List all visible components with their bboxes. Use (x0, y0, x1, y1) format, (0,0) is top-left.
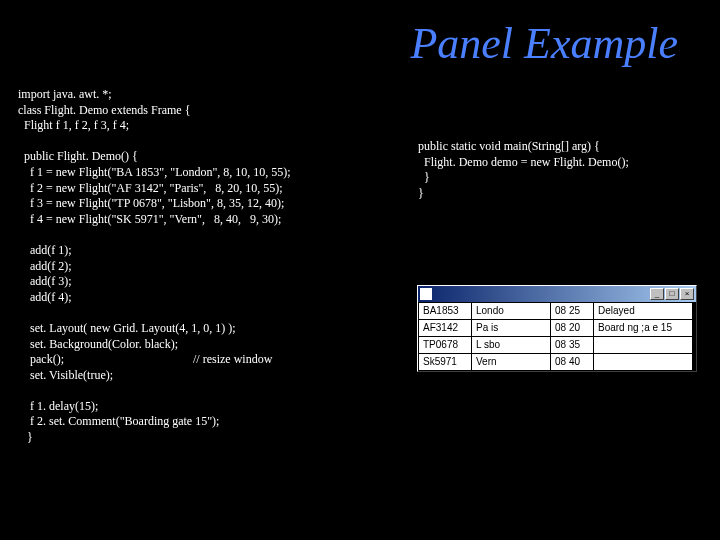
table-row: AF3142 Pa is 08 20 Board ng ;a e 15 (419, 320, 695, 336)
window-icon (420, 288, 432, 300)
cell-city: L sbo (472, 337, 550, 353)
minimize-button[interactable]: _ (650, 288, 664, 300)
cell-city: Pa is (472, 320, 550, 336)
table-row: BA1853 Londo 08 25 Delayed (419, 303, 695, 319)
demo-window: _ □ × BA1853 Londo 08 25 Delayed AF3142 … (417, 285, 697, 372)
close-button[interactable]: × (680, 288, 694, 300)
cell-time: 08 35 (551, 337, 593, 353)
code-content: import java. awt. *; class Flight. Demo … (0, 81, 720, 87)
cell-flight: BA1853 (419, 303, 471, 319)
cell-flight: Sk5971 (419, 354, 471, 370)
cell-time: 08 25 (551, 303, 593, 319)
maximize-button[interactable]: □ (665, 288, 679, 300)
cell-flight: TP0678 (419, 337, 471, 353)
code-right: public static void main(String[] arg) { … (418, 139, 698, 201)
cell-city: Vern (472, 354, 550, 370)
cell-status: Board ng ;a e 15 (594, 320, 692, 336)
cell-status (594, 337, 692, 353)
cell-status (594, 354, 692, 370)
table-row: TP0678 L sbo 08 35 (419, 337, 695, 353)
window-titlebar: _ □ × (418, 286, 696, 302)
window-body: BA1853 Londo 08 25 Delayed AF3142 Pa is … (418, 302, 696, 371)
cell-time: 08 40 (551, 354, 593, 370)
cell-flight: AF3142 (419, 320, 471, 336)
cell-time: 08 20 (551, 320, 593, 336)
page-title: Panel Example (0, 0, 720, 81)
cell-status: Delayed (594, 303, 692, 319)
code-left: import java. awt. *; class Flight. Demo … (18, 87, 418, 446)
table-row: Sk5971 Vern 08 40 (419, 354, 695, 370)
cell-city: Londo (472, 303, 550, 319)
